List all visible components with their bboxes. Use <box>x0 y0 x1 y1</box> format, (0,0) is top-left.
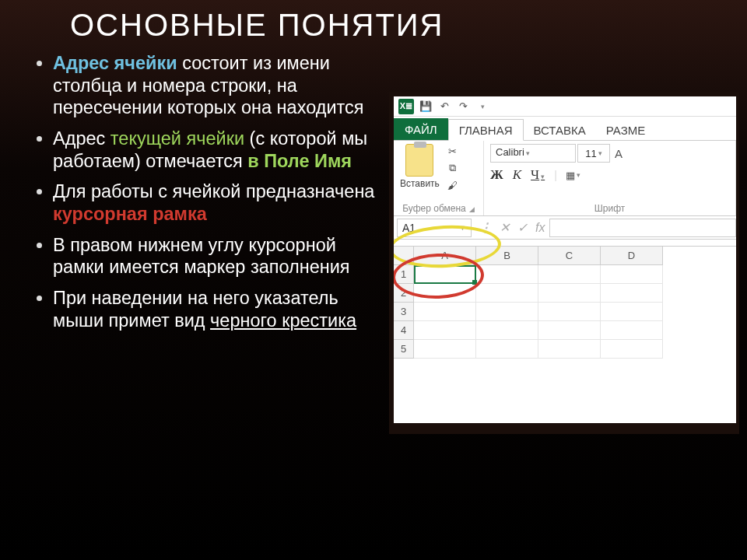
font-size-select[interactable]: 11 <box>577 144 610 163</box>
slide-title: ОСНОВНЫЕ ПОНЯТИЯ <box>70 8 747 43</box>
cell[interactable] <box>476 321 538 340</box>
bullet-5-underline: черного крестика <box>210 310 356 331</box>
cell[interactable] <box>601 340 663 359</box>
row-header-3[interactable]: 3 <box>394 303 414 321</box>
cell[interactable] <box>476 303 538 321</box>
cell-a1[interactable] <box>414 265 476 284</box>
ribbon-tabs: ФАЙЛ ГЛАВНАЯ ВСТАВКА РАЗМЕ <box>394 117 736 140</box>
col-header-c[interactable]: C <box>538 247 601 265</box>
save-icon[interactable]: 💾 <box>419 100 433 114</box>
paste-button[interactable]: Вставить <box>400 144 440 189</box>
cell[interactable] <box>414 303 476 321</box>
tab-layout[interactable]: РАЗМЕ <box>596 120 655 140</box>
paste-label: Вставить <box>400 178 440 189</box>
cell[interactable] <box>414 321 476 340</box>
bullet-1-highlight: Адрес ячейки <box>53 53 177 73</box>
formula-input[interactable] <box>549 219 736 237</box>
bold-button[interactable]: Ж <box>490 167 503 183</box>
bullet-3-pre: Для работы с ячейкой предназначена <box>53 181 374 201</box>
row-header-4[interactable]: 4 <box>394 321 414 340</box>
cell[interactable] <box>538 321 601 340</box>
ribbon: Вставить ✂ ⧉ 🖌 Буфер обмена◢ Calibri 11 … <box>394 140 736 216</box>
redo-icon[interactable]: ↷ <box>456 100 470 114</box>
group-font: Calibri 11 A Ж К Ч | ▦ Шрифт <box>484 141 736 215</box>
col-header-a[interactable]: A <box>414 247 476 265</box>
cell-d1[interactable] <box>601 265 663 284</box>
bullet-2-pre: Адрес <box>53 128 110 149</box>
undo-icon[interactable]: ↶ <box>437 100 451 114</box>
col-header-d[interactable]: D <box>601 247 663 265</box>
dots-icon: ⋮ <box>479 220 492 235</box>
tab-home[interactable]: ГЛАВНАЯ <box>448 119 524 141</box>
bullet-2-highlight-2: в Поле Имя <box>247 151 352 171</box>
quick-access-toolbar: X≣ 💾 ↶ ↷ <box>394 96 736 117</box>
bullet-1: Адрес ячейки состоит из имени столбца и … <box>53 52 389 119</box>
chevron-down-icon: ▼ <box>459 224 466 232</box>
format-painter-icon[interactable]: 🖌 <box>446 178 460 192</box>
cancel-icon[interactable]: ✕ <box>500 220 510 235</box>
cell-b1[interactable] <box>476 265 538 284</box>
bullet-2-highlight-1: текущей ячейки <box>110 128 244 149</box>
name-box-value: A1 <box>402 222 416 234</box>
group-clipboard-label: Буфер обмена◢ <box>400 201 477 214</box>
cut-icon[interactable]: ✂ <box>446 144 460 158</box>
bullet-5: При наведении на него указатель мыши при… <box>53 287 389 331</box>
cell[interactable] <box>538 284 601 303</box>
col-header-b[interactable]: B <box>476 247 538 265</box>
grow-font-icon[interactable]: A <box>612 146 626 160</box>
underline-button[interactable]: Ч <box>531 167 545 183</box>
select-all-corner[interactable] <box>394 247 414 265</box>
cell[interactable] <box>476 284 538 303</box>
cell[interactable] <box>601 321 663 340</box>
bullet-2: Адрес текущей ячейки (с которой мы работ… <box>53 128 389 172</box>
border-icon[interactable]: ▦ <box>566 168 580 182</box>
cell[interactable] <box>414 340 476 359</box>
italic-button[interactable]: К <box>513 167 521 183</box>
bullet-3-highlight: курсорная рамка <box>53 204 207 224</box>
bullet-3: Для работы с ячейкой предназначена курсо… <box>53 180 389 225</box>
dialog-launcher-icon[interactable]: ◢ <box>469 205 475 213</box>
excel-screenshot: X≣ 💾 ↶ ↷ ФАЙЛ ГЛАВНАЯ ВСТАВКА РАЗМЕ Вста… <box>389 92 739 434</box>
copy-icon[interactable]: ⧉ <box>446 161 460 175</box>
font-name-select[interactable]: Calibri <box>490 144 576 163</box>
fx-icon[interactable]: fx <box>535 221 545 235</box>
cell[interactable] <box>538 303 601 321</box>
cell[interactable] <box>601 284 663 303</box>
bullet-4: В правом нижнем углу курсорной рамки име… <box>53 234 389 278</box>
tab-file[interactable]: ФАЙЛ <box>394 118 448 140</box>
bullet-list: Адрес ячейки состоит из имени столбца и … <box>23 52 389 560</box>
cell[interactable] <box>476 340 538 359</box>
cell-a2[interactable] <box>414 284 476 303</box>
excel-app-icon: X≣ <box>398 99 414 114</box>
tab-insert[interactable]: ВСТАВКА <box>524 120 596 140</box>
row-header-1[interactable]: 1 <box>394 265 414 284</box>
enter-icon[interactable]: ✓ <box>517 220 528 235</box>
row-header-2[interactable]: 2 <box>394 284 414 303</box>
group-clipboard: Вставить ✂ ⧉ 🖌 Буфер обмена◢ <box>394 141 484 215</box>
cell[interactable] <box>538 340 601 359</box>
group-font-label: Шрифт <box>490 201 729 214</box>
cell[interactable] <box>601 303 663 321</box>
cell-c1[interactable] <box>538 265 601 284</box>
name-box[interactable]: A1 ▼ <box>397 219 472 237</box>
spreadsheet-grid[interactable]: A B C D 1 2 3 4 5 <box>394 246 736 359</box>
row-header-5[interactable]: 5 <box>394 340 414 359</box>
qat-dropdown-icon[interactable] <box>475 100 489 114</box>
paste-icon <box>405 144 433 177</box>
formula-bar: A1 ▼ ⋮ ✕ ✓ fx <box>394 216 736 240</box>
